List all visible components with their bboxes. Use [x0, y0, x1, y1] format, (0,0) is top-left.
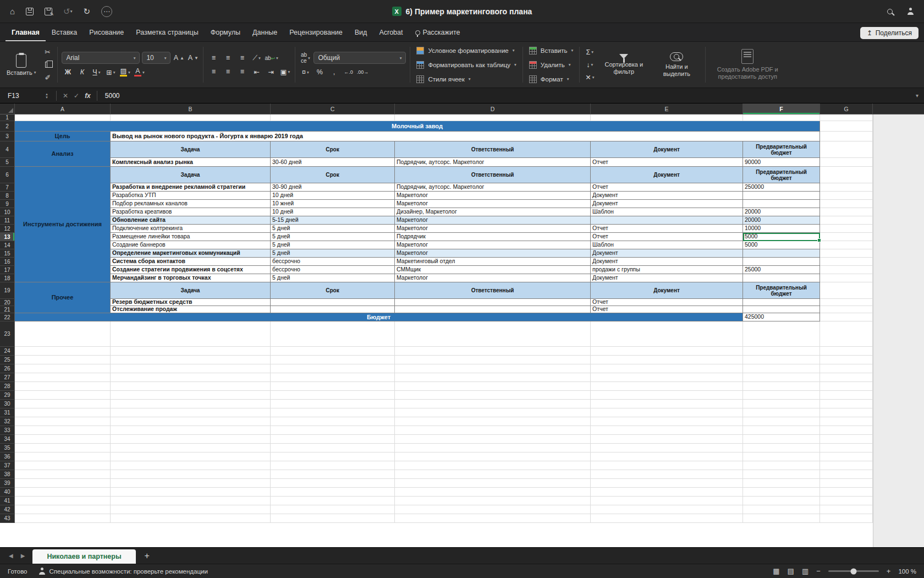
cell-B32[interactable]: [111, 417, 271, 426]
cell-C24[interactable]: [271, 347, 395, 356]
cell-D21[interactable]: [395, 306, 591, 313]
cell-F1[interactable]: [743, 114, 820, 121]
cell-G29[interactable]: [820, 391, 873, 400]
row-header-24[interactable]: 24: [0, 347, 15, 356]
menu-tab-4[interactable]: Формулы: [205, 24, 246, 41]
cell-E35[interactable]: [591, 444, 743, 452]
cell-C42[interactable]: [271, 505, 395, 514]
cell-B25[interactable]: [111, 356, 271, 364]
clear-icon[interactable]: ✕▾: [584, 72, 596, 83]
autosum-icon[interactable]: Σ▾: [584, 47, 596, 58]
menu-tab-7[interactable]: Вид: [349, 24, 373, 41]
cell-G27[interactable]: [820, 373, 873, 382]
decrease-decimal-icon[interactable]: .00→: [356, 67, 369, 78]
share-button[interactable]: ↥ Поделиться: [860, 27, 919, 39]
cell-D29[interactable]: [395, 391, 591, 400]
cell-D10[interactable]: Дизайнер, Маркетолог: [395, 208, 591, 216]
cell-A6[interactable]: Инструменты достижения: [15, 167, 111, 282]
cell-F6[interactable]: Предварительный бюджет: [743, 167, 820, 183]
increase-decimal-icon[interactable]: ←.0: [342, 67, 354, 78]
cell-F16[interactable]: [743, 258, 820, 266]
cell-F41[interactable]: [743, 497, 820, 505]
cell-E1[interactable]: [591, 114, 743, 121]
underline-button[interactable]: Ч▾: [90, 67, 102, 78]
cell-C21[interactable]: [271, 306, 395, 313]
cell-F9[interactable]: [743, 200, 820, 208]
cell-C4[interactable]: Срок: [271, 141, 395, 158]
cell-G17[interactable]: [820, 266, 873, 274]
font-name-select[interactable]: Arial▾: [62, 52, 140, 64]
row-header-30[interactable]: 30: [0, 400, 15, 408]
find-select-button[interactable]: Найти и выделить: [652, 52, 701, 77]
format-as-table-button[interactable]: Форматировать как таблицу▾: [414, 59, 518, 70]
fill-color-button[interactable]: ▨▾: [119, 67, 131, 78]
cell-A40[interactable]: [15, 488, 111, 497]
cell-E17[interactable]: продажи с группы: [591, 266, 743, 274]
cell-E31[interactable]: [591, 408, 743, 417]
spell-number-icon[interactable]: abce▾: [299, 52, 311, 63]
cell-G23[interactable]: [820, 321, 873, 347]
cell-E9[interactable]: Документ: [591, 200, 743, 208]
zoom-level[interactable]: 100 %: [898, 568, 916, 575]
cell-E33[interactable]: [591, 426, 743, 435]
row-header-11[interactable]: 11: [0, 216, 15, 225]
decrease-font-icon[interactable]: А▼: [187, 52, 199, 63]
row-header-7[interactable]: 7: [0, 183, 15, 192]
cell-D37[interactable]: [395, 461, 591, 470]
row-header-18[interactable]: 18: [0, 274, 15, 282]
cell-D34[interactable]: [395, 435, 591, 444]
cell-B41[interactable]: [111, 497, 271, 505]
cell-G43[interactable]: [820, 514, 873, 523]
cell-C34[interactable]: [271, 435, 395, 444]
row-header-31[interactable]: 31: [0, 408, 15, 417]
cell-B8[interactable]: Разработка УТП: [111, 192, 271, 200]
cell-A37[interactable]: [15, 461, 111, 470]
cell-E26[interactable]: [591, 364, 743, 373]
row-header-16[interactable]: 16: [0, 258, 15, 266]
cell-G8[interactable]: [820, 192, 873, 200]
cell-C28[interactable]: [271, 382, 395, 391]
row-header-32[interactable]: 32: [0, 417, 15, 426]
cell-B24[interactable]: [111, 347, 271, 356]
cell-C11[interactable]: 5-15 дней: [271, 216, 395, 225]
borders-button[interactable]: ⊞▾: [105, 67, 117, 78]
cell-E11[interactable]: [591, 216, 743, 225]
cell-D6[interactable]: Ответственный: [395, 167, 591, 183]
row-header-17[interactable]: 17: [0, 266, 15, 274]
menu-tab-3[interactable]: Разметка страницы: [130, 24, 204, 41]
cell-D20[interactable]: [395, 299, 591, 306]
cell-A3[interactable]: Цель: [15, 132, 111, 141]
next-sheet-icon[interactable]: ▶: [21, 553, 25, 559]
cell-F22[interactable]: 425000: [743, 313, 820, 321]
cell-G12[interactable]: [820, 225, 873, 233]
page-break-view-icon[interactable]: ▥: [802, 567, 809, 575]
cell-F33[interactable]: [743, 426, 820, 435]
cell-C13[interactable]: 5 дней: [271, 233, 395, 241]
cell-D16[interactable]: Маркетинговый отдел: [395, 258, 591, 266]
merge-center-icon[interactable]: ▣▾: [279, 66, 291, 77]
increase-indent-icon[interactable]: ⇥: [265, 66, 277, 77]
name-box[interactable]: F13 ▲▼: [0, 88, 53, 103]
cell-F43[interactable]: [743, 514, 820, 523]
cell-B17[interactable]: Создание стратегии продвижения в соцсетя…: [111, 266, 271, 274]
cell-F36[interactable]: [743, 452, 820, 461]
cell-F20[interactable]: [743, 299, 820, 306]
row-header-42[interactable]: 42: [0, 505, 15, 514]
cell-D38[interactable]: [395, 470, 591, 479]
paste-button[interactable]: Вставить▾: [4, 54, 38, 76]
cell-C25[interactable]: [271, 356, 395, 364]
cell-G42[interactable]: [820, 505, 873, 514]
cell-A1[interactable]: [15, 114, 111, 121]
cell-B43[interactable]: [111, 514, 271, 523]
cell-G15[interactable]: [820, 249, 873, 258]
cell-A2[interactable]: Молочный завод: [15, 121, 820, 132]
cell-B38[interactable]: [111, 470, 271, 479]
cell-E20[interactable]: Отчет: [591, 299, 743, 306]
cell-D39[interactable]: [395, 479, 591, 488]
cell-F26[interactable]: [743, 364, 820, 373]
row-header-3[interactable]: 3: [0, 132, 15, 141]
menu-tab-1[interactable]: Вставка: [46, 24, 83, 41]
column-header-A[interactable]: A: [15, 103, 111, 114]
cell-C43[interactable]: [271, 514, 395, 523]
cell-D12[interactable]: Маркетолог: [395, 225, 591, 233]
